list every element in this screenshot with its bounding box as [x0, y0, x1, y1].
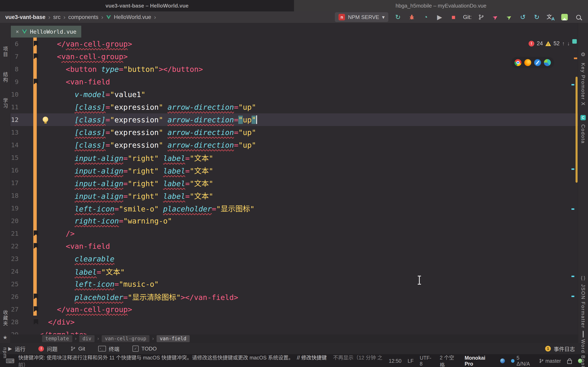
code-line-19[interactable]: 19 left-icon="smile-o" placeholder="显示图标… — [10, 202, 578, 215]
breadcrumb-div[interactable]: div — [79, 335, 95, 342]
toolwindow-todo[interactable]: ✓ TODO — [132, 346, 157, 352]
rerun-button[interactable]: ↻ — [394, 13, 402, 21]
code-line-11[interactable]: 11 [class]="expression" arrow-direction=… — [10, 101, 578, 113]
line-number[interactable]: 26 — [10, 293, 18, 300]
line-number[interactable]: 7 — [10, 53, 18, 60]
commit-button[interactable]: ➤ — [503, 11, 515, 23]
code-line-10[interactable]: 10 v-model="value1" — [10, 88, 578, 101]
line-number[interactable]: 15 — [10, 154, 18, 161]
translate-button[interactable]: 文A — [546, 13, 555, 21]
safari-icon[interactable] — [534, 59, 541, 66]
stats-widget[interactable]: 5 Δ/N/A — [511, 355, 533, 367]
line-number[interactable]: 24 — [10, 268, 18, 275]
code-line-7[interactable]: 7 <van-cell-group> — [10, 50, 578, 63]
code-line-6[interactable]: 6 </van-cell-group> — [10, 38, 578, 50]
code-line-17[interactable]: 17 input-align="right" label="文本" — [10, 176, 578, 189]
line-number[interactable]: 17 — [10, 179, 18, 187]
sidebar-item-project[interactable]: 项目 — [2, 46, 9, 57]
inspection-status-square[interactable] — [572, 39, 577, 44]
gear-icon[interactable]: ⚙ — [581, 51, 585, 58]
modify-shortcut-link[interactable]: // 修改快捷键 — [297, 355, 327, 360]
line-number[interactable]: 21 — [10, 230, 18, 237]
breadcrumb-src[interactable]: src — [53, 14, 61, 20]
sidebar-item-structure[interactable]: 结构 — [2, 72, 9, 83]
sidebar-item-favorites[interactable]: 收藏夹 — [2, 310, 9, 326]
lock-icon[interactable] — [567, 360, 572, 364]
code-line-26[interactable]: 26 placeholder="显示清除图标"></van-field> — [10, 290, 578, 303]
breadcrumb-project[interactable]: vue3-vant-base — [5, 14, 45, 20]
line-number[interactable]: 18 — [10, 192, 18, 199]
stripe-mark[interactable] — [571, 276, 574, 277]
code-line-24[interactable]: 24 label="文本" — [10, 265, 578, 278]
code-line-25[interactable]: 25 left-icon="music-o" — [10, 278, 578, 290]
prev-issue-icon[interactable]: ↑ — [562, 40, 565, 47]
breadcrumb-file[interactable]: HelloWorld.vue — [114, 14, 151, 20]
code-line-20[interactable]: 20 right-icon="warning-o" — [10, 215, 578, 227]
code-line-8[interactable]: 8 <button type="button"></button> — [10, 63, 578, 75]
stripe-mark[interactable] — [574, 58, 577, 59]
code-line-29[interactable]: 29</template> — [10, 328, 578, 334]
toolwindow-git[interactable]: Git — [71, 346, 85, 352]
code-line-23[interactable]: 23 clearable — [10, 252, 578, 265]
firefox-icon[interactable] — [524, 59, 531, 66]
debug-button[interactable] — [407, 13, 416, 21]
line-number[interactable]: 19 — [10, 205, 18, 212]
code-line-15[interactable]: 15 input-align="right" label="文本" — [10, 151, 578, 164]
code-line-16[interactable]: 16 input-align="right" label="文本" — [10, 164, 578, 176]
code-line-28[interactable]: 28 </div> — [10, 316, 578, 328]
code-line-18[interactable]: 18 input-align="right" label="文本" — [10, 189, 578, 202]
sidebar-item-key-promoter[interactable]: Key Promoter X — [580, 63, 586, 106]
line-number[interactable]: 11 — [10, 103, 18, 111]
breadcrumb-van-cell-group[interactable]: van-cell-group — [102, 335, 149, 342]
toolwindow-event-log[interactable]: 1 事件日志 — [545, 345, 575, 352]
code-line-9[interactable]: 9 <van-field — [10, 75, 578, 88]
sidebar-item-npm[interactable]: npm — [2, 347, 8, 359]
breadcrumb-components[interactable]: components — [68, 14, 98, 20]
toolwindow-problems[interactable]: ! 问题 — [38, 345, 57, 352]
code-line-22[interactable]: 22 <van-field — [10, 240, 578, 252]
screenshot-button[interactable] — [560, 13, 569, 21]
code-line-14[interactable]: 14 [class]="expression" arrow-direction=… — [10, 139, 578, 151]
code-line-27[interactable]: 27 </van-cell-group> — [10, 303, 578, 316]
history-forward-icon[interactable]: ↻ — [532, 13, 541, 21]
run-button[interactable]: ▶ — [435, 13, 444, 21]
line-number[interactable]: 28 — [10, 318, 18, 325]
code-line-12[interactable]: 12 [class]="expression" arrow-direction=… — [10, 113, 578, 126]
profiler-button[interactable]: ◔ — [421, 13, 430, 21]
indent-selector[interactable]: 2 个空格 — [440, 354, 458, 367]
theme-name[interactable]: Monokai Pro — [465, 355, 494, 367]
run-config-selector[interactable]: n NPM SERVE ▾ — [335, 12, 388, 22]
line-number[interactable]: 9 — [10, 78, 18, 85]
line-number[interactable]: 13 — [10, 129, 18, 136]
stripe-mark[interactable] — [571, 84, 574, 85]
line-ending-selector[interactable]: LF — [407, 358, 414, 364]
git-branch-widget[interactable]: master — [539, 358, 561, 364]
scrollbar-thumb[interactable] — [576, 77, 578, 183]
line-number[interactable]: 22 — [10, 242, 18, 250]
line-number[interactable]: 29 — [10, 331, 18, 334]
breadcrumb-template[interactable]: template — [42, 335, 72, 342]
tab-helloworld[interactable]: × HelloWorld.vue — [11, 26, 81, 38]
sidebar-item-word-book[interactable]: Word Book — [580, 339, 586, 367]
line-number[interactable]: 12 — [10, 116, 18, 123]
line-number[interactable]: 23 — [10, 255, 18, 262]
line-number[interactable]: 20 — [10, 217, 18, 225]
line-number[interactable]: 10 — [10, 91, 18, 98]
sidebar-item-learn[interactable]: 学习 — [2, 98, 9, 109]
stripe-mark[interactable] — [571, 296, 574, 297]
code-line-13[interactable]: 13 [class]="expression" arrow-direction=… — [10, 126, 578, 139]
code-editor[interactable]: 6 </van-cell-group>7 <van-cell-group>8 <… — [10, 38, 578, 334]
git-branches-button[interactable] — [477, 13, 485, 21]
breadcrumb-van-field[interactable]: van-field — [156, 335, 190, 342]
error-stripe[interactable] — [572, 38, 578, 334]
line-number[interactable]: 16 — [10, 167, 18, 174]
edge-icon[interactable] — [544, 59, 551, 66]
sidebar-item-codota[interactable]: Codota — [580, 124, 586, 144]
stop-button[interactable]: ■ — [449, 13, 458, 21]
search-button[interactable] — [574, 13, 583, 21]
toolwindow-run[interactable]: ▶ 运行 — [8, 345, 25, 352]
theme-ball-icon[interactable] — [500, 359, 505, 363]
window-title-background[interactable]: hbga_h5mobile – myEvaluationDo.vue — [294, 0, 588, 11]
toolwindow-terminal[interactable]: ›_ 终端 — [98, 345, 120, 352]
line-number[interactable]: 6 — [10, 40, 18, 48]
